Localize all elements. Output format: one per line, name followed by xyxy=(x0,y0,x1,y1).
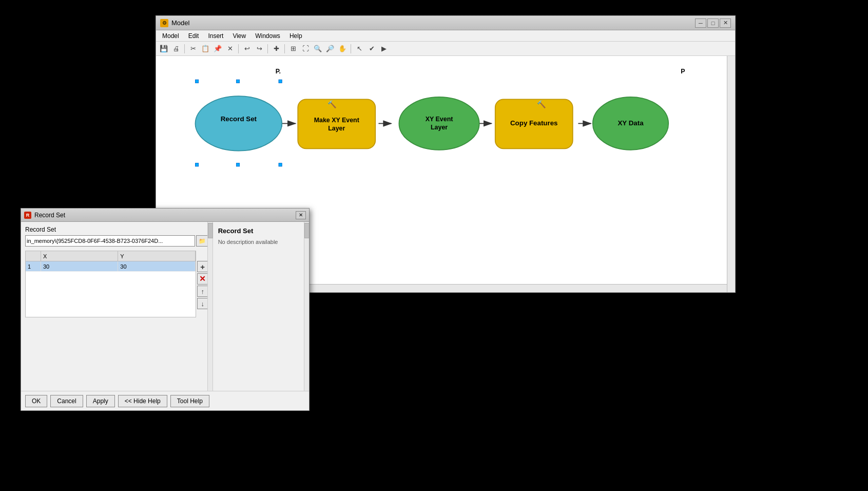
sep1 xyxy=(184,44,185,53)
table-area: X Y 1 30 30 + ✕ ↑ ↓ xyxy=(25,251,208,317)
hide-help-button[interactable]: << Hide Help xyxy=(118,395,167,407)
make-xy-event-label-2: Layer xyxy=(328,125,345,132)
selection-handle-tl xyxy=(195,80,198,83)
toolbar: 💾 🖨 ✂ 📋 📌 ✕ ↩ ↪ ✚ ⊞ ⛶ 🔍 🔎 ✋ ↖ ✔ ▶ xyxy=(156,42,735,56)
left-scroll-thumb xyxy=(208,223,213,238)
apply-button[interactable]: Apply xyxy=(86,395,115,407)
dialog-window: R Record Set ✕ Record Set 📁 X xyxy=(21,208,310,411)
selection-handle-tc xyxy=(236,80,239,83)
cell-y: 30 xyxy=(118,261,195,271)
move-up-button[interactable]: ↑ xyxy=(197,286,208,297)
sep2 xyxy=(238,44,239,53)
scrollbar-right[interactable] xyxy=(727,56,735,292)
redo-button[interactable]: ↪ xyxy=(254,43,265,54)
table-row[interactable]: 1 30 30 xyxy=(26,261,196,272)
dialog-title: Record Set xyxy=(34,212,65,219)
title-bar: ⚙ Model ─ □ ✕ xyxy=(156,16,735,30)
run-button[interactable]: ▶ xyxy=(378,43,390,54)
paste-button[interactable]: 📌 xyxy=(212,43,223,54)
select-button[interactable]: ↖ xyxy=(354,43,365,54)
zoom-out-button[interactable]: 🔎 xyxy=(324,43,336,54)
undo-button[interactable]: ↩ xyxy=(241,43,253,54)
input-row: 📁 xyxy=(25,235,208,247)
field-label: Record Set xyxy=(25,226,208,233)
sep4 xyxy=(284,44,285,53)
dialog-body: Record Set 📁 X Y 1 3 xyxy=(21,222,309,391)
browse-button[interactable]: 📁 xyxy=(196,235,208,247)
xy-data-label: XY Data xyxy=(618,119,644,127)
validate-button[interactable]: ✔ xyxy=(366,43,377,54)
grid-button[interactable]: ⊞ xyxy=(287,43,299,54)
cut-button[interactable]: ✂ xyxy=(187,43,199,54)
right-scrollbar[interactable] xyxy=(304,222,309,391)
hammer-icon-2: 🔨 xyxy=(537,100,546,109)
help-title: Record Set xyxy=(218,227,304,235)
print-button[interactable]: 🖨 xyxy=(170,43,182,54)
title-buttons: ─ □ ✕ xyxy=(695,18,731,28)
close-button[interactable]: ✕ xyxy=(720,18,731,28)
right-panel: Record Set No description available xyxy=(213,222,309,391)
cancel-button[interactable]: Cancel xyxy=(50,395,83,407)
menu-windows[interactable]: Windows xyxy=(251,31,284,41)
dialog-app-icon: R xyxy=(24,212,31,219)
selection-handle-br xyxy=(279,163,282,166)
record-set-label: Record Set xyxy=(221,115,257,123)
menu-insert[interactable]: Insert xyxy=(204,31,227,41)
menu-edit[interactable]: Edit xyxy=(184,31,203,41)
right-scroll-thumb xyxy=(304,223,309,238)
sep3 xyxy=(267,44,268,53)
p-label-right: P xyxy=(681,68,685,75)
cell-x: 30 xyxy=(41,261,118,271)
header-num xyxy=(26,251,41,261)
copy-features-label: Copy Features xyxy=(510,119,557,127)
right-panel-content: Record Set No description available xyxy=(213,222,309,391)
app-icon: ⚙ xyxy=(160,19,168,27)
record-set-node[interactable] xyxy=(195,96,282,151)
delete-row-button[interactable]: ✕ xyxy=(197,273,208,285)
selection-handle-tr xyxy=(279,80,282,83)
tool-help-button[interactable]: Tool Help xyxy=(170,395,209,407)
help-description: No description available xyxy=(218,239,304,245)
cell-num: 1 xyxy=(26,261,41,271)
pan-button[interactable]: ✋ xyxy=(337,43,348,54)
menu-view[interactable]: View xyxy=(228,31,250,41)
xy-event-label-1: XY Event xyxy=(426,116,453,123)
dialog-footer: OK Cancel Apply << Hide Help Tool Help xyxy=(21,391,309,410)
minimize-button[interactable]: ─ xyxy=(695,18,706,28)
left-panel: Record Set 📁 X Y 1 3 xyxy=(21,222,213,391)
header-x: X xyxy=(41,251,118,261)
menu-model[interactable]: Model xyxy=(158,31,183,41)
table-header: X Y xyxy=(26,251,196,261)
selection-handle-bl xyxy=(195,163,198,166)
maximize-button[interactable]: □ xyxy=(707,18,719,28)
ok-button[interactable]: OK xyxy=(25,395,47,407)
move-down-button[interactable]: ↓ xyxy=(197,298,208,309)
selection-handle-bc xyxy=(236,163,239,166)
sep5 xyxy=(351,44,351,53)
zoom-fit-button[interactable]: ⛶ xyxy=(300,43,311,54)
dialog-close-button[interactable]: ✕ xyxy=(296,211,306,219)
left-scrollbar[interactable] xyxy=(207,222,213,391)
dialog-title-bar: R Record Set ✕ xyxy=(21,209,309,222)
table-action-buttons: + ✕ ↑ ↓ xyxy=(197,251,208,317)
window-title: Model xyxy=(171,19,189,27)
dialog-title-left: R Record Set xyxy=(24,212,65,219)
menu-help[interactable]: Help xyxy=(285,31,306,41)
delete-button[interactable]: ✕ xyxy=(224,43,236,54)
add-row-button[interactable]: + xyxy=(197,261,208,272)
header-y: Y xyxy=(118,251,195,261)
hammer-icon-1: 🔨 xyxy=(327,100,337,109)
record-set-input[interactable] xyxy=(25,235,195,247)
p-label-left: P. xyxy=(276,68,281,75)
add-button[interactable]: ✚ xyxy=(271,43,282,54)
save-button[interactable]: 💾 xyxy=(158,43,169,54)
left-panel-content: Record Set 📁 X Y 1 3 xyxy=(21,222,213,391)
title-bar-left: ⚙ Model xyxy=(160,19,189,27)
data-table: X Y 1 30 30 xyxy=(25,251,196,317)
xy-event-label-2: Layer xyxy=(431,124,448,131)
make-xy-event-label-1: Make XY Event xyxy=(314,117,359,124)
copy-button[interactable]: 📋 xyxy=(200,43,211,54)
zoom-in-button[interactable]: 🔍 xyxy=(312,43,323,54)
menu-bar: Model Edit Insert View Windows Help xyxy=(156,30,735,42)
